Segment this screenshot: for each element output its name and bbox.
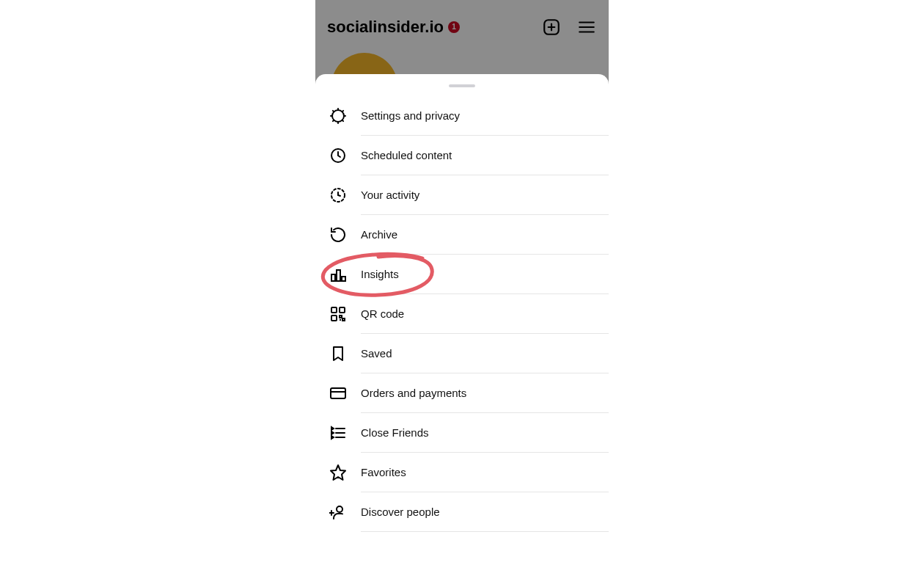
star-icon xyxy=(329,463,348,482)
menu-item-scheduled[interactable]: Scheduled content xyxy=(329,136,609,175)
close-friends-icon xyxy=(329,423,348,442)
menu-label: QR code xyxy=(361,307,404,320)
menu-label: Scheduled content xyxy=(361,149,452,161)
bar-chart-icon xyxy=(329,265,348,284)
svg-rect-15 xyxy=(331,388,345,398)
menu-item-archive[interactable]: Archive xyxy=(329,215,609,255)
menu-label: Discover people xyxy=(361,506,440,518)
svg-rect-10 xyxy=(337,270,340,281)
phone-frame: socialinsider.io 1 xyxy=(315,0,609,587)
svg-rect-12 xyxy=(331,307,337,313)
menu-label: Saved xyxy=(361,347,392,360)
menu-item-orders[interactable]: Orders and payments xyxy=(329,373,609,413)
menu-item-settings[interactable]: Settings and privacy xyxy=(329,96,609,136)
menu-label: Favorites xyxy=(361,466,406,478)
menu-item-qr-code[interactable]: QR code xyxy=(329,294,609,334)
archive-icon xyxy=(329,225,348,244)
bookmark-icon xyxy=(329,344,348,363)
qr-code-icon xyxy=(329,305,348,324)
menu-label: Close Friends xyxy=(361,426,429,439)
menu-sheet: Settings and privacy Scheduled content Y… xyxy=(315,74,609,587)
menu-label: Your activity xyxy=(361,189,419,201)
menu-item-activity[interactable]: Your activity xyxy=(329,175,609,215)
menu-item-close-friends[interactable]: Close Friends xyxy=(329,413,609,453)
svg-rect-11 xyxy=(342,277,345,281)
svg-rect-13 xyxy=(340,307,345,313)
sheet-grabber[interactable] xyxy=(449,84,475,87)
menu-item-discover-people[interactable]: Discover people xyxy=(329,492,609,532)
svg-rect-9 xyxy=(331,274,335,281)
svg-rect-14 xyxy=(331,316,337,321)
menu-item-saved[interactable]: Saved xyxy=(329,334,609,373)
menu-label: Insights xyxy=(361,268,399,280)
credit-card-icon xyxy=(329,384,348,403)
svg-marker-22 xyxy=(331,436,334,439)
add-person-icon xyxy=(329,503,348,522)
clock-icon xyxy=(329,146,348,165)
menu-label: Settings and privacy xyxy=(361,109,460,122)
svg-point-24 xyxy=(337,506,342,512)
menu-item-favorites[interactable]: Favorites xyxy=(329,453,609,492)
activity-icon xyxy=(329,186,348,205)
svg-marker-21 xyxy=(331,431,334,434)
menu-label: Archive xyxy=(361,228,397,241)
svg-marker-20 xyxy=(331,427,334,430)
menu-label: Orders and payments xyxy=(361,387,466,399)
menu-item-insights[interactable]: Insights xyxy=(329,255,609,294)
menu-list: Settings and privacy Scheduled content Y… xyxy=(315,96,609,532)
svg-marker-23 xyxy=(331,465,345,480)
gear-icon xyxy=(329,106,348,125)
